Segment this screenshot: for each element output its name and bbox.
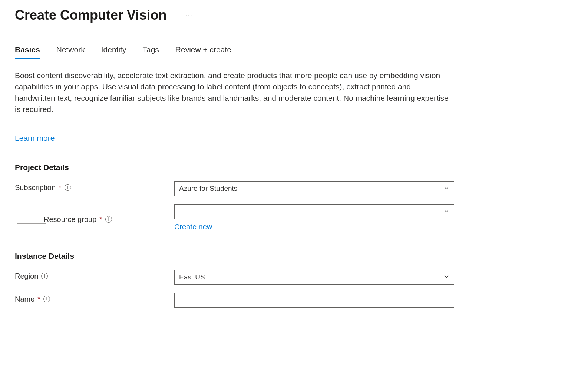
- name-label: Name: [15, 295, 34, 303]
- tab-identity[interactable]: Identity: [101, 45, 126, 59]
- more-options-icon[interactable]: ···: [185, 11, 192, 20]
- tab-network[interactable]: Network: [56, 45, 85, 59]
- subscription-label: Subscription: [15, 183, 56, 192]
- section-title-project-details: Project Details: [15, 163, 556, 172]
- learn-more-link[interactable]: Learn more: [15, 134, 55, 143]
- required-indicator: *: [37, 295, 40, 303]
- tab-basics[interactable]: Basics: [15, 45, 40, 59]
- required-indicator: *: [99, 215, 102, 224]
- intro-description: Boost content discoverability, accelerat…: [15, 70, 452, 115]
- create-new-link[interactable]: Create new: [174, 223, 212, 231]
- tabs-container: Basics Network Identity Tags Review + cr…: [15, 45, 556, 59]
- info-icon[interactable]: i: [41, 273, 48, 279]
- info-icon[interactable]: i: [105, 216, 112, 223]
- page-title: Create Computer Vision: [15, 7, 166, 23]
- name-input[interactable]: [174, 293, 454, 308]
- required-indicator: *: [59, 183, 62, 192]
- tab-review-create[interactable]: Review + create: [175, 45, 231, 59]
- region-label: Region: [15, 272, 38, 280]
- tab-tags[interactable]: Tags: [142, 45, 159, 59]
- region-select[interactable]: East US: [174, 270, 454, 285]
- info-icon[interactable]: i: [43, 296, 50, 302]
- resource-group-label: Resource group: [44, 215, 96, 224]
- info-icon[interactable]: i: [65, 184, 71, 191]
- resource-group-select[interactable]: [174, 204, 454, 219]
- section-title-instance-details: Instance Details: [15, 252, 556, 260]
- tree-connector: [17, 209, 46, 224]
- subscription-select[interactable]: Azure for Students: [174, 181, 454, 196]
